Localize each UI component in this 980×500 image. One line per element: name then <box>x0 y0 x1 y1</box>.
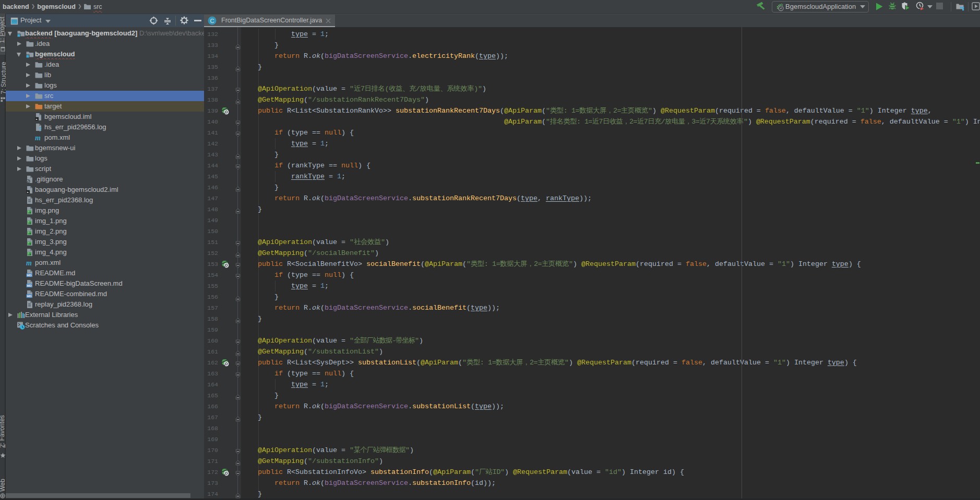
svg-text:MD: MD <box>27 284 32 287</box>
svg-text:m: m <box>26 259 32 267</box>
svg-text:MD: MD <box>27 295 32 298</box>
svg-text:C: C <box>210 18 214 24</box>
svg-text:MD: MD <box>27 274 32 277</box>
svg-text:m: m <box>35 134 41 142</box>
svg-text:?: ? <box>39 127 42 131</box>
